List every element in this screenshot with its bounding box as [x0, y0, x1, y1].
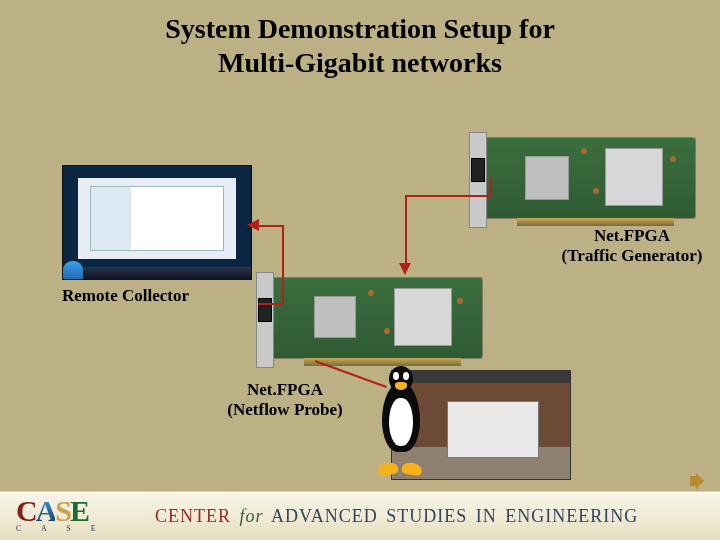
pci-edge-connector	[517, 218, 675, 226]
support-chip	[525, 156, 569, 200]
connector-line	[282, 225, 284, 303]
connector-line	[258, 225, 284, 227]
footer-word-center: CENTER	[155, 506, 240, 526]
arrowhead-icon	[247, 219, 259, 231]
netflow-probe-label: Net.FPGA (Netflow Probe)	[200, 380, 370, 421]
footer-bar: CASE C A S E CENTER for ADVANCED STUDIES…	[0, 491, 720, 540]
case-logo-top: CASE	[16, 494, 126, 528]
footer-center-text: CENTER for ADVANCED STUDIES IN ENGINEERI…	[155, 506, 680, 527]
footer-word-rest: ADVANCED STUDIES IN ENGINEERING	[264, 506, 639, 526]
netfpga-netflow-probe-board	[272, 278, 482, 358]
case-logo: CASE C A S E	[16, 494, 126, 538]
slide: { "title_line1": "System Demonstration S…	[0, 0, 720, 540]
connector-line	[405, 195, 492, 197]
traffic-generator-line2: (Traffic Generator)	[562, 246, 703, 265]
connector-line	[405, 195, 407, 265]
ethernet-port	[471, 158, 485, 182]
connector-line	[258, 303, 284, 305]
netfpga-traffic-generator-board	[485, 138, 695, 218]
arrowhead-icon	[399, 263, 411, 275]
speaker-icon[interactable]	[690, 472, 710, 490]
fpga-chip	[394, 288, 452, 346]
monitor-window-sidebar	[91, 187, 131, 250]
monitor-start-button	[63, 261, 83, 279]
remote-collector-label: Remote Collector	[62, 286, 232, 306]
support-chip	[314, 296, 356, 338]
fpga-chip	[605, 148, 663, 206]
remote-collector-monitor	[62, 165, 252, 280]
tux-penguin-icon	[372, 360, 430, 475]
linux-window	[447, 401, 539, 458]
netflow-probe-line1: Net.FPGA	[247, 380, 323, 399]
monitor-window	[90, 186, 224, 251]
title-line-2: Multi-Gigabit networks	[218, 47, 502, 78]
case-logo-bottom: C A S E	[16, 524, 126, 533]
netflow-probe-line2: (Netflow Probe)	[227, 400, 342, 419]
monitor-taskbar	[63, 267, 251, 279]
footer-word-for: for	[240, 506, 264, 526]
slide-title: System Demonstration Setup for Multi-Gig…	[0, 12, 720, 79]
connector-line	[490, 177, 492, 195]
monitor-desktop	[78, 178, 236, 259]
title-line-1: System Demonstration Setup for	[165, 13, 555, 44]
traffic-generator-label: Net.FPGA (Traffic Generator)	[547, 226, 717, 267]
traffic-generator-line1: Net.FPGA	[594, 226, 670, 245]
ethernet-port	[258, 298, 272, 322]
